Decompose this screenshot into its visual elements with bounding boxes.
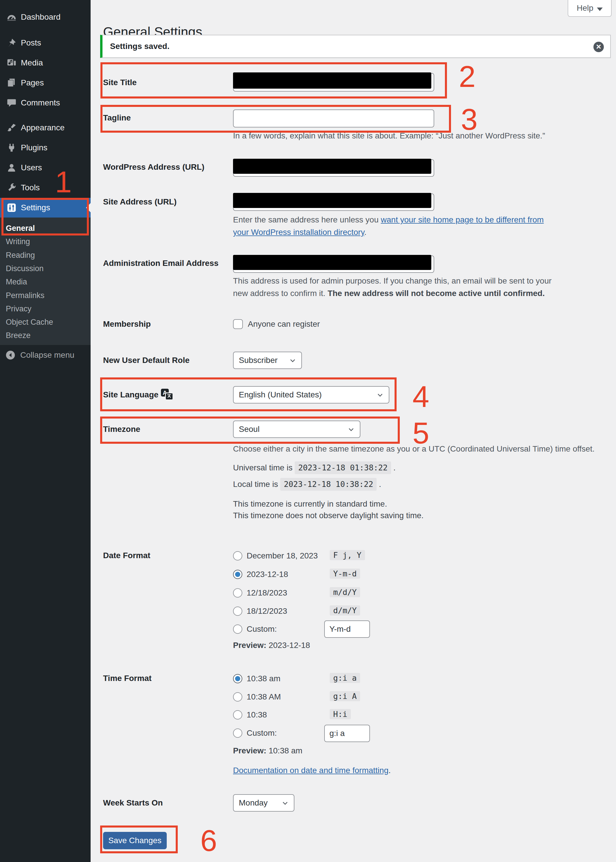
sidebar-item-tools[interactable]: Tools <box>0 178 91 197</box>
time-format-radio-0[interactable] <box>233 674 242 683</box>
sidebar-item-media[interactable]: Media <box>0 53 91 73</box>
help-button[interactable]: Help <box>568 0 612 17</box>
submenu-item-reading[interactable]: Reading <box>6 249 35 262</box>
doc-link-suffix: . <box>388 766 391 775</box>
time-format-code-0: g:i a <box>330 673 360 683</box>
site-address-help: Enter the same address here unless you w… <box>233 213 552 238</box>
submenu-item-object-cache[interactable]: Object Cache <box>6 315 53 329</box>
submenu-item-writing[interactable]: Writing <box>6 235 30 248</box>
sidebar-item-label: Dashboard <box>21 13 61 22</box>
submenu-item-media[interactable]: Media <box>6 275 27 288</box>
wrench-icon <box>6 183 17 193</box>
default-role-label: New User Default Role <box>103 355 190 366</box>
date-format-radio-1[interactable] <box>233 570 242 579</box>
time-format-custom-input[interactable] <box>324 725 370 742</box>
period: . <box>393 463 396 472</box>
anyone-can-register-checkbox[interactable] <box>233 319 243 329</box>
time-format-custom-label[interactable]: Custom: <box>247 727 277 739</box>
annotation-number-6: 6 <box>200 826 217 856</box>
time-format-option-0[interactable]: 10:38 am <box>247 673 281 684</box>
timezone-select[interactable]: Seoul <box>233 421 360 438</box>
chevron-down-icon <box>377 391 383 398</box>
date-time-doc-link[interactable]: Documentation on date and time formattin… <box>233 766 388 775</box>
standard-time-note: This timezone is currently in standard t… <box>233 498 387 510</box>
notice-message: Settings saved. <box>110 42 169 51</box>
local-time-code: 2023-12-18 10:38:22 <box>280 478 377 491</box>
date-format-custom-label[interactable]: Custom: <box>247 623 277 635</box>
dismiss-notice-icon[interactable]: × <box>593 42 604 52</box>
settings-icon <box>6 202 17 213</box>
anyone-can-register-label[interactable]: Anyone can register <box>248 318 320 330</box>
date-format-code-3: d/m/Y <box>330 605 360 616</box>
redacted-wp-address <box>233 159 431 174</box>
preview-value: 2023-12-18 <box>269 641 310 650</box>
site-language-value: English (United States) <box>239 390 322 399</box>
wp-address-label: WordPress Address (URL) <box>103 161 204 173</box>
sidebar-item-label: Settings <box>21 203 50 212</box>
media-icon <box>6 58 17 68</box>
pages-icon <box>6 78 17 88</box>
admin-sidebar: Dashboard Posts Media Pages Comments App… <box>0 0 91 862</box>
membership-label: Membership <box>103 318 151 330</box>
time-format-code-2: H:i <box>330 709 351 719</box>
submenu-item-breeze[interactable]: Breeze <box>6 329 31 342</box>
time-format-option-1[interactable]: 10:38 AM <box>247 691 281 703</box>
redacted-site-title <box>233 72 431 89</box>
sidebar-item-settings[interactable]: Settings <box>0 198 91 217</box>
site-address-input[interactable] <box>233 194 434 211</box>
sidebar-item-label: Users <box>21 163 42 172</box>
submenu-item-discussion[interactable]: Discussion <box>6 262 44 275</box>
time-format-radio-2[interactable] <box>233 710 242 720</box>
sidebar-item-comments[interactable]: Comments <box>0 93 91 113</box>
tagline-input[interactable] <box>233 109 434 128</box>
time-format-custom-radio[interactable] <box>233 728 242 738</box>
admin-email-label: Administration Email Address <box>103 257 218 269</box>
time-format-label: Time Format <box>103 673 152 684</box>
date-format-option-3[interactable]: 18/12/2023 <box>247 605 287 617</box>
time-format-option-2[interactable]: 10:38 <box>247 709 267 721</box>
submenu-item-permalinks[interactable]: Permalinks <box>6 289 45 302</box>
brush-icon <box>6 123 17 133</box>
sidebar-item-label: Comments <box>21 98 60 107</box>
universal-time-code: 2023-12-18 01:38:22 <box>295 462 391 474</box>
site-address-help-text: Enter the same address here unless you <box>233 215 381 224</box>
date-format-custom-input[interactable] <box>324 621 370 638</box>
save-changes-button[interactable]: Save Changes <box>103 832 167 849</box>
local-time-line: Local time is 2023-12-18 10:38:22 . <box>233 478 381 491</box>
collapse-menu-button[interactable]: Collapse menu <box>0 347 91 364</box>
sidebar-item-plugins[interactable]: Plugins <box>0 138 91 158</box>
default-role-select[interactable]: Subscriber <box>233 351 302 369</box>
chevron-down-icon <box>282 799 289 806</box>
sidebar-item-label: Plugins <box>21 143 47 152</box>
site-address-help-suffix: . <box>364 228 366 236</box>
sidebar-item-users[interactable]: Users <box>0 158 91 178</box>
date-format-option-2[interactable]: 12/18/2023 <box>247 587 287 599</box>
date-format-radio-2[interactable] <box>233 588 242 597</box>
admin-email-input[interactable] <box>233 255 434 273</box>
date-format-option-0[interactable]: December 18, 2023 <box>247 550 318 562</box>
week-starts-label: Week Starts On <box>103 797 163 809</box>
site-title-input[interactable] <box>233 73 434 91</box>
universal-time-line: Universal time is 2023-12-18 01:38:22 . <box>233 462 396 474</box>
date-format-radio-0[interactable] <box>233 551 242 561</box>
sidebar-item-appearance[interactable]: Appearance <box>0 118 91 137</box>
plug-icon <box>6 142 17 153</box>
sidebar-item-label: Appearance <box>21 123 64 132</box>
site-language-select[interactable]: English (United States) <box>233 386 389 403</box>
submenu-item-general[interactable]: General <box>6 222 35 235</box>
dashboard-icon <box>6 12 17 22</box>
preview-value: 10:38 am <box>269 746 303 755</box>
sidebar-item-dashboard[interactable]: Dashboard <box>0 7 91 27</box>
date-format-option-1[interactable]: 2023-12-18 <box>247 569 288 580</box>
wp-address-input[interactable] <box>233 159 434 176</box>
sidebar-item-posts[interactable]: Posts <box>0 33 91 53</box>
time-format-code-1: g:i A <box>330 691 360 701</box>
redacted-admin-email <box>233 255 431 270</box>
sidebar-item-pages[interactable]: Pages <box>0 73 91 93</box>
preview-label: Preview: <box>233 746 266 755</box>
date-format-custom-radio[interactable] <box>233 624 242 634</box>
date-format-radio-3[interactable] <box>233 607 242 616</box>
week-starts-select[interactable]: Monday <box>233 794 294 812</box>
submenu-item-privacy[interactable]: Privacy <box>6 302 31 315</box>
time-format-radio-1[interactable] <box>233 692 242 701</box>
